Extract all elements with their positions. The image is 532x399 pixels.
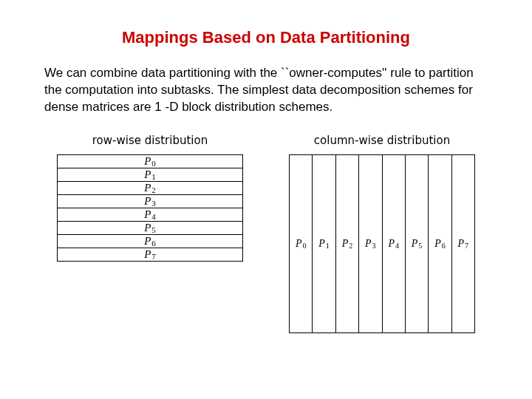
colwise-diagram: column-wise distribution P0 P1 P2 P3 P4 … [281, 134, 483, 333]
col-strip: P6 [428, 155, 451, 332]
proc-index: 6 [151, 239, 156, 248]
proc-index: 6 [442, 242, 446, 250]
row-strip: P5 [58, 221, 242, 234]
colwise-matrix: P0 P1 P2 P3 P4 P5 P6 P7 [289, 154, 475, 333]
proc-index: 1 [151, 172, 156, 181]
col-strip: P2 [335, 155, 358, 332]
proc-symbol: P [318, 238, 325, 250]
proc-index: 5 [151, 225, 156, 234]
col-strip: P0 [290, 155, 312, 332]
proc-symbol: P [365, 238, 372, 250]
proc-symbol: P [144, 222, 151, 234]
proc-index: 1 [326, 242, 330, 250]
proc-index: 4 [151, 212, 156, 221]
slide-title: Mappings Based on Data Partitioning [44, 28, 488, 47]
proc-symbol: P [388, 238, 395, 250]
proc-index: 0 [302, 242, 306, 250]
proc-symbol: P [144, 208, 151, 221]
row-strip: P2 [58, 181, 242, 194]
proc-index: 2 [349, 242, 352, 250]
rowwise-matrix: P0 P1 P2 P3 P4 P5 P6 P7 [57, 154, 243, 262]
proc-index: 3 [372, 242, 376, 250]
proc-index: 4 [395, 242, 399, 250]
row-strip: P1 [58, 168, 242, 181]
proc-symbol: P [342, 238, 349, 250]
proc-symbol: P [144, 168, 151, 181]
body-paragraph: We can combine data partitioning with th… [44, 65, 488, 116]
col-strip: P1 [312, 155, 335, 332]
proc-index: 7 [151, 252, 156, 261]
proc-symbol: P [144, 182, 151, 194]
col-strip: P3 [358, 155, 381, 332]
colwise-caption: column-wise distribution [314, 134, 450, 147]
proc-symbol: P [458, 238, 465, 250]
col-strip: P4 [382, 155, 405, 332]
proc-symbol: P [144, 195, 151, 208]
proc-index: 3 [151, 199, 156, 208]
rowwise-caption: row-wise distribution [92, 134, 208, 147]
row-strip: P3 [58, 194, 242, 208]
diagrams-container: row-wise distribution P0 P1 P2 P3 P4 P5 … [44, 134, 488, 333]
row-strip: P0 [58, 155, 242, 168]
proc-symbol: P [144, 235, 151, 248]
proc-index: 2 [151, 185, 156, 194]
proc-symbol: P [144, 248, 151, 261]
col-strip: P5 [405, 155, 428, 332]
proc-symbol: P [296, 238, 302, 250]
slide: Mappings Based on Data Partitioning We c… [0, 0, 532, 399]
proc-symbol: P [412, 238, 418, 250]
row-strip: P6 [58, 234, 242, 248]
col-strip: P7 [451, 155, 474, 332]
row-strip: P4 [58, 208, 242, 221]
proc-index: 7 [465, 242, 468, 250]
proc-symbol: P [434, 238, 441, 250]
rowwise-diagram: row-wise distribution P0 P1 P2 P3 P4 P5 … [49, 134, 251, 333]
proc-symbol: P [144, 155, 151, 168]
proc-index: 0 [151, 159, 156, 168]
row-strip: P7 [58, 248, 242, 261]
proc-index: 5 [418, 242, 422, 250]
